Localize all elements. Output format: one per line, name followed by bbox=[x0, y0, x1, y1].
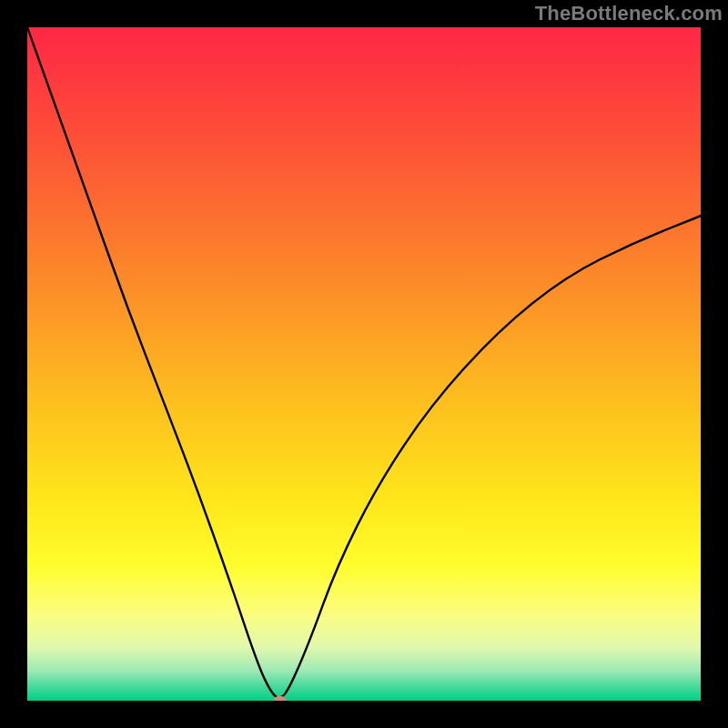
chart-frame: TheBottleneck.com bbox=[0, 0, 728, 728]
watermark-text: TheBottleneck.com bbox=[535, 2, 723, 25]
plot-area bbox=[27, 27, 701, 701]
bottleneck-chart bbox=[27, 27, 701, 701]
gradient-background bbox=[27, 27, 701, 701]
